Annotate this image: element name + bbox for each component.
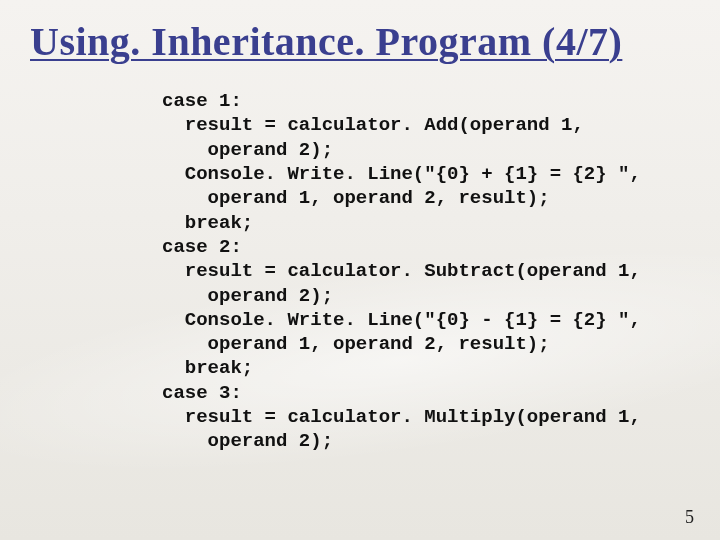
slide-title: Using. Inheritance. Program (4/7) (30, 18, 690, 65)
code-block: case 1: result = calculator. Add(operand… (162, 89, 690, 454)
page-number: 5 (685, 507, 694, 528)
slide-container: Using. Inheritance. Program (4/7) case 1… (0, 0, 720, 540)
